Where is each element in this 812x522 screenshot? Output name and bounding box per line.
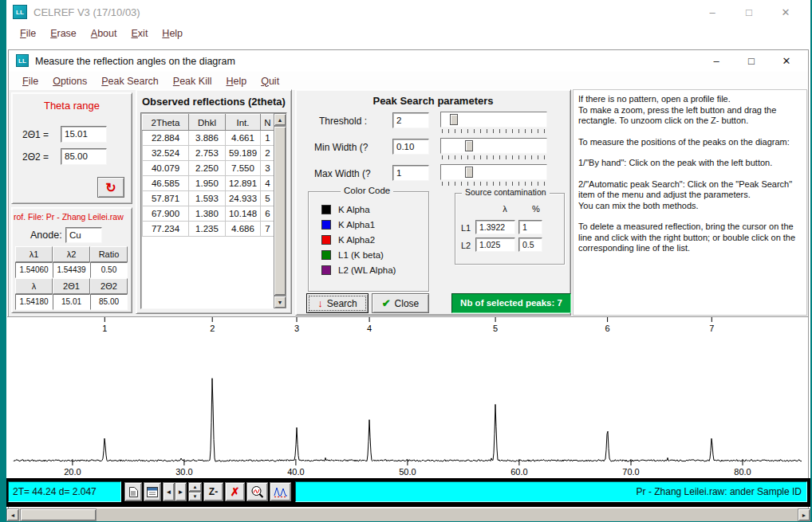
refresh-theta-button[interactable]: ↻ [97,177,124,198]
reflections-table-box: 2Theta Dhkl Int. N 22.8843.8864.661132.5… [140,112,287,309]
spin-down-button[interactable]: ▼ [188,492,202,501]
delete-button[interactable]: ✗ [225,482,245,501]
menu-item-help[interactable]: Help [155,28,190,39]
l1-label: L1 [461,223,471,233]
profile-file-label: rof. File: Pr - Zhang Leilei.raw [14,212,130,222]
menu-item-help[interactable]: Help [219,76,254,87]
max-width-field[interactable]: 1 [392,165,429,181]
menu-item-peak-kill[interactable]: Peak Kill [166,76,219,87]
svg-text:40.0: 40.0 [287,467,304,477]
diffraction-chart[interactable]: 20.030.040.050.060.070.080.01234567 [7,317,808,479]
search-button[interactable]: ↓ Search [306,293,369,313]
help-text-line: To delete a measured reflection, bring t… [578,222,802,254]
step-left-button[interactable]: ◄ [163,482,175,501]
anode-field[interactable]: Cu [65,227,102,243]
menu-item-file[interactable]: File [15,76,45,87]
help-text-line [578,147,802,158]
min-width-field[interactable]: 0.10 [392,139,429,155]
lambda2-value: 1.54439 [53,262,90,278]
threshold-slider-thumb[interactable] [450,114,458,125]
unzoom-button[interactable]: Z- [203,482,223,501]
dialog-minimize-icon[interactable]: – [699,50,734,72]
max-width-slider-ticks [442,182,546,186]
report-window-button[interactable] [144,482,161,501]
l2-pct-field[interactable]: 0.5 [518,237,542,252]
menu-item-erase[interactable]: Erase [43,28,84,39]
menu-item-quit[interactable]: Quit [254,76,286,87]
magnifier-peak-icon [250,485,264,499]
peak-search-toggle-button[interactable] [246,482,268,501]
reflection-row[interactable]: 32.5242.75359.1892 [143,146,275,161]
min-width-slider[interactable] [440,138,547,154]
min-width-slider-thumb[interactable] [465,140,473,151]
scroll-down-icon[interactable]: ▼ [274,296,286,308]
menu-item-exit[interactable]: Exit [124,28,156,39]
threshold-label: Threshold : [319,116,367,127]
svg-text:70.0: 70.0 [622,467,639,477]
scroll-up-icon[interactable]: ▲ [274,113,286,126]
screen: LL CELREF V3 (17/10/03) – □ ✕ FileEraseA… [0,0,812,522]
color-code-groupbox: Color Code K AlphaK Alpha1K Alpha2L1 (K … [308,191,429,292]
spinner-control: ▲ ▼ [188,482,202,501]
color-swatch-icon [321,250,331,260]
reflection-row[interactable]: 77.2341.2354.6867 [143,222,275,237]
theta2-label: 2Θ2 = [22,151,49,163]
menu-item-file[interactable]: File [13,28,43,39]
anode-label: Anode: [30,230,62,241]
left-arrow-icon: ◄ [166,489,172,496]
chart-area[interactable]: 20.030.040.050.060.070.080.01234567 [7,316,808,478]
theta2-field[interactable]: 85.00 [61,148,107,165]
help-text-line: To measure the positions of the peaks on… [578,137,802,148]
menu-item-peak-search[interactable]: Peak Search [94,76,166,87]
reflection-row[interactable]: 46.5851.95012.8914 [143,176,275,191]
table-scroll-thumb[interactable] [274,126,286,296]
horizontal-scrollbar[interactable]: ◄ ► [6,508,810,521]
menu-item-options[interactable]: Options [45,76,94,87]
col-header-int: Int. [226,115,261,131]
reflection-row[interactable]: 40.0792.2507.5503 [143,161,275,176]
hscroll-left-icon[interactable]: ◄ [6,508,19,521]
dialog-close-icon[interactable]: ✕ [769,50,804,72]
hscroll-right-icon[interactable]: ► [798,508,810,521]
hscroll-thumb[interactable] [20,508,97,521]
ratio-header: Ratio [90,246,128,262]
spin-up-button[interactable]: ▲ [188,482,202,492]
l1-lambda-field[interactable]: 1.3922 [475,220,515,234]
max-width-slider[interactable] [440,164,547,180]
menu-item-about[interactable]: About [84,28,124,39]
main-window-title: CELREF V3 (17/10/03) [34,6,140,18]
reflection-row[interactable]: 57.8711.59324.9335 [143,191,275,206]
color-code-label: K Alpha2 [338,235,375,245]
max-width-slider-thumb[interactable] [465,167,473,178]
table-scrollbar[interactable]: ▲ ▼ [274,113,286,308]
close-icon[interactable]: ✕ [767,0,804,24]
svg-text:50.0: 50.0 [399,467,416,477]
help-text-line: 2/"Automatic peak Search": Click on the … [578,179,802,201]
profile-display-button[interactable] [270,482,291,501]
close-button[interactable]: ✔ Close [372,293,429,313]
threshold-slider[interactable] [440,112,547,128]
right-arrow-icon: ► [178,489,184,496]
theta1-field[interactable]: 15.01 [61,126,107,143]
maximize-icon[interactable]: □ [731,0,767,24]
reflection-row[interactable]: 67.9001.38010.1486 [143,206,275,222]
color-code-item: K Alpha [309,202,428,217]
l2-lambda-field[interactable]: 1.025 [475,237,515,252]
color-code-item: L2 (WL Alpha) [309,262,428,277]
l1-pct-field[interactable]: 1 [518,220,542,234]
reflection-row[interactable]: 22.8843.8864.6611 [143,131,275,146]
svg-text:30.0: 30.0 [175,467,192,477]
svg-text:3: 3 [294,324,299,333]
profile-curve-icon [274,486,288,498]
ratio-value: 0.50 [90,262,128,278]
dialog-maximize-icon[interactable]: □ [734,50,769,72]
col-header-dhkl: Dhkl [189,115,226,131]
2theta2-header: 2Θ2 [90,278,128,294]
threshold-field[interactable]: 2 [392,112,429,128]
color-code-label: K Alpha1 [338,220,375,230]
minimize-icon[interactable]: – [694,0,731,24]
open-file-button[interactable] [124,482,142,501]
check-icon: ✔ [382,297,391,309]
step-right-button[interactable]: ► [175,482,187,501]
lambda-mean-header: λ [15,278,53,294]
